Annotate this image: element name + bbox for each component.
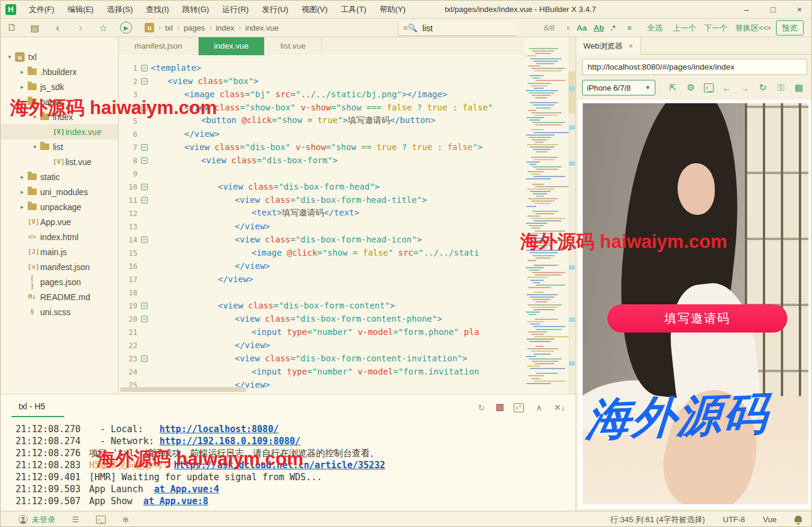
- tree-item-list-vue[interactable]: [V]list.vue: [1, 154, 118, 169]
- menu-item[interactable]: 视图(V): [295, 1, 334, 19]
- tree-item-static[interactable]: ▸static: [1, 169, 118, 184]
- editor-tab-manifest-json[interactable]: manifest.json: [119, 37, 199, 55]
- tree-item-uni-modules[interactable]: ▸uni_modules: [1, 184, 118, 199]
- new-file-icon[interactable]: 🗋: [6, 22, 18, 33]
- tree-item-manifest-json[interactable]: [⚙]manifest.json: [1, 259, 118, 274]
- tree-item-index-vue[interactable]: [V]index.vue: [1, 124, 118, 139]
- menu-item[interactable]: 查找(I): [139, 1, 175, 19]
- chevron-down-icon[interactable]: ▾: [5, 53, 14, 60]
- log-link[interactable]: http://localhost:8080/: [160, 424, 279, 435]
- refresh-icon[interactable]: ↻: [754, 82, 772, 93]
- minimap[interactable]: [525, 37, 576, 394]
- menu-item[interactable]: 发行(U): [255, 1, 295, 19]
- menu-item[interactable]: 工具(T): [334, 1, 373, 19]
- web-icon[interactable]: ⊕: [122, 515, 129, 524]
- cursor-position[interactable]: 行:345 列:61 (4字符被选择): [610, 514, 705, 525]
- chevron-right-icon[interactable]: ▸: [18, 203, 26, 210]
- browser-tab-close-icon[interactable]: ×: [629, 42, 633, 50]
- fold-icon[interactable]: [137, 303, 151, 309]
- language-mode[interactable]: Vue: [763, 515, 777, 524]
- restart-icon[interactable]: ↻: [477, 403, 486, 412]
- notification-bell-icon[interactable]: [795, 516, 802, 522]
- tree-item-main-js[interactable]: [J]main.js: [1, 244, 118, 259]
- find-next-button[interactable]: 下一个: [704, 19, 727, 37]
- whole-word-icon[interactable]: Ab: [594, 19, 604, 37]
- find-prev-button[interactable]: 上一个: [673, 19, 696, 37]
- multiline-icon[interactable]: ≡: [627, 19, 632, 37]
- fold-icon[interactable]: [137, 355, 151, 362]
- url-input[interactable]: http://localhost:8080/#/pages/index/inde…: [582, 59, 807, 75]
- tree-item-index-html[interactable]: <>index.html: [1, 229, 118, 244]
- star-icon[interactable]: ☆: [97, 22, 109, 34]
- chevron-right-icon[interactable]: ▸: [18, 188, 26, 195]
- breadcrumb-project[interactable]: txl: [165, 23, 173, 32]
- menu-item[interactable]: 运行(R): [215, 1, 255, 19]
- fold-icon[interactable]: [137, 316, 151, 322]
- fold-icon[interactable]: [137, 157, 151, 164]
- search-count-caret-icon[interactable]: ∨: [566, 19, 570, 37]
- minimap-viewport[interactable]: [568, 71, 576, 113]
- search-close-icon[interactable]: ×: [767, 19, 772, 37]
- fold-icon[interactable]: [137, 144, 151, 151]
- new-terminal-icon[interactable]: ›⁺: [514, 403, 524, 412]
- breadcrumb-index[interactable]: index: [215, 23, 234, 32]
- forward-icon[interactable]: ›: [74, 22, 86, 34]
- editor-tab-list-vue[interactable]: list.vue: [265, 37, 322, 55]
- tree-item-App-vue[interactable]: [V]App.vue: [1, 214, 118, 229]
- tree-item-README-md[interactable]: M↓README.md: [1, 289, 118, 304]
- preview-button[interactable]: 预览: [776, 20, 804, 35]
- chevron-down-icon[interactable]: ▾: [31, 143, 39, 150]
- outline-icon[interactable]: ☰: [72, 515, 79, 524]
- menu-item[interactable]: 文件(F): [22, 1, 61, 19]
- fold-icon[interactable]: [137, 197, 151, 203]
- fold-icon[interactable]: [137, 236, 151, 243]
- settings-gear-icon[interactable]: ⚙: [682, 82, 700, 93]
- open-external-icon[interactable]: ⇱: [664, 82, 682, 93]
- invite-code-button[interactable]: 填写邀请码: [607, 304, 787, 333]
- back-icon[interactable]: ‹: [52, 22, 64, 34]
- horizontal-scrollbar[interactable]: [120, 387, 246, 392]
- fold-icon[interactable]: [137, 184, 151, 190]
- match-case-icon[interactable]: Aa: [577, 19, 587, 37]
- encoding[interactable]: UTF-8: [723, 515, 745, 524]
- close-button[interactable]: ×: [786, 1, 812, 19]
- qrcode-icon[interactable]: ▦: [790, 82, 808, 93]
- menu-item[interactable]: 帮助(Y): [373, 1, 412, 19]
- replace-toggle-button[interactable]: 替换区<<: [735, 19, 768, 37]
- browser-tab[interactable]: Web浏览器 ×: [576, 37, 641, 55]
- stop-icon[interactable]: [496, 404, 504, 411]
- console-tab[interactable]: txl - H5: [19, 402, 45, 411]
- clear-icon[interactable]: ✕↓: [554, 403, 564, 412]
- terminal-icon[interactable]: ›_: [96, 516, 106, 524]
- search-input[interactable]: ≡🔍 list: [398, 20, 517, 36]
- log-link[interactable]: http://192.168.0.109:8080/: [160, 436, 301, 447]
- chevron-right-icon[interactable]: ▸: [18, 83, 26, 90]
- tree-item-unpackage[interactable]: ▸unpackage: [1, 199, 118, 214]
- console-icon[interactable]: ›_: [704, 83, 714, 92]
- unlock-icon[interactable]: ⚿: [772, 82, 790, 93]
- menu-item[interactable]: 编辑(E): [61, 1, 100, 19]
- save-icon[interactable]: ▤: [29, 22, 41, 34]
- device-select[interactable]: iPhone 6/7/8 ▼: [582, 80, 655, 95]
- login-status[interactable]: 未登录: [32, 514, 55, 525]
- regex-icon[interactable]: .*: [610, 19, 616, 37]
- tree-item-js-sdk[interactable]: ▸js_sdk: [1, 79, 118, 94]
- minimize-button[interactable]: –: [733, 1, 760, 19]
- account-icon[interactable]: [19, 515, 28, 524]
- menu-item[interactable]: 跳转(G): [176, 1, 216, 19]
- fold-icon[interactable]: [137, 65, 151, 71]
- maximize-button[interactable]: □: [760, 1, 786, 19]
- browser-forward-icon[interactable]: →: [736, 83, 754, 93]
- menu-item[interactable]: 选择(S): [100, 1, 139, 19]
- select-all-button[interactable]: 全选: [647, 19, 663, 37]
- run-icon[interactable]: ▶: [120, 22, 132, 34]
- browser-back-icon[interactable]: ←: [718, 83, 736, 93]
- tree-item-txl[interactable]: ▾utxl: [1, 49, 118, 64]
- chevron-right-icon[interactable]: ▸: [18, 68, 26, 75]
- tree-item--hbuilderx[interactable]: ▸.hbuilderx: [1, 64, 118, 79]
- fold-icon[interactable]: [137, 78, 151, 85]
- breadcrumb-pages[interactable]: pages: [184, 23, 205, 32]
- tree-item-pages-json[interactable]: [ ]pages.json: [1, 274, 118, 289]
- collapse-icon[interactable]: ∧: [534, 403, 544, 412]
- tree-item-uni-scss[interactable]: §uni.scss: [1, 304, 118, 319]
